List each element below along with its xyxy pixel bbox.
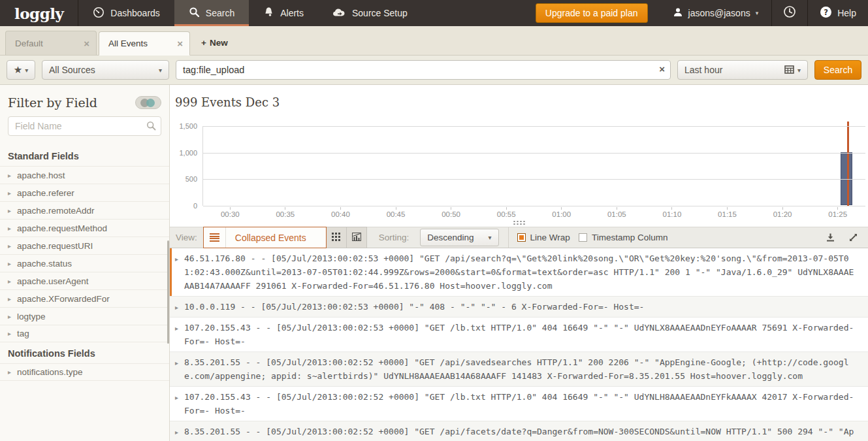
- sidebar-scrollbar[interactable]: [167, 240, 169, 344]
- search-query-input[interactable]: [176, 60, 671, 80]
- list-view-button[interactable]: [204, 227, 226, 248]
- chevron-right-icon: ▸: [8, 330, 11, 337]
- standard-fields-section: Standard Fields ▸ apache.host ▸ apache.r…: [0, 145, 169, 342]
- nav-item-alerts[interactable]: Alerts: [249, 0, 318, 26]
- time-settings-button[interactable]: [772, 0, 807, 26]
- expand-icon[interactable]: [848, 233, 858, 242]
- timestamp-column-toggle[interactable]: Timestamp Column: [579, 227, 668, 248]
- search-controls: ★ ▾ All Sources ▾ × Last hour ▾ Search: [0, 56, 868, 85]
- field-item-label: apache.XForwardedFor: [17, 294, 110, 304]
- nav-item-source-setup[interactable]: Source Setup: [318, 0, 422, 26]
- splitter-drag-handle[interactable]: [513, 220, 526, 225]
- event-row[interactable]: ▸ 46.51.176.80 - - [05/Jul/2013:00:02:53…: [170, 248, 868, 297]
- help-button[interactable]: ? Help: [808, 0, 868, 26]
- loggly-logo[interactable]: loggly: [0, 0, 78, 26]
- event-row[interactable]: ▸ 10.0.0.119 - - [05/Jul/2013:00:02:53 +…: [170, 297, 868, 318]
- time-range-picker[interactable]: Last hour ▾: [677, 60, 808, 80]
- tab-all-events[interactable]: All Events ×: [99, 31, 190, 56]
- tick-mark: [230, 207, 231, 210]
- clear-query-icon[interactable]: ×: [659, 63, 665, 74]
- field-item-label: apache.referer: [17, 188, 74, 198]
- chart-plot[interactable]: [202, 126, 865, 206]
- field-item[interactable]: ▸ apache.remoteAddr: [0, 201, 169, 219]
- caret-down-icon: ▾: [25, 67, 28, 74]
- event-row[interactable]: ▸ 107.20.155.43 - - [05/Jul/2013:00:02:5…: [170, 387, 868, 421]
- new-tab-button[interactable]: + New: [192, 31, 237, 55]
- collapsed-events-view-label[interactable]: Collapsed Events: [226, 227, 326, 248]
- event-row[interactable]: ▸ 8.35.201.55 - - [05/Jul/2013:00:02:52 …: [170, 352, 868, 387]
- dashboards-gauge-icon: [93, 7, 104, 20]
- nav-item-label: Source Setup: [352, 8, 408, 18]
- line-wrap-toggle[interactable]: Line Wrap: [517, 227, 570, 248]
- nav-item-search[interactable]: Search: [174, 0, 249, 26]
- field-item[interactable]: ▸ apache.XForwardedFor: [0, 289, 169, 307]
- query-wrap: ×: [176, 60, 671, 80]
- tab-default[interactable]: Default ×: [5, 31, 97, 55]
- nav-item-dashboards[interactable]: Dashboards: [78, 0, 174, 26]
- line-wrap-checkbox[interactable]: [517, 233, 526, 242]
- x-tick: 01:25: [810, 207, 865, 218]
- search-submit-button[interactable]: Search: [814, 60, 861, 80]
- close-icon[interactable]: ×: [177, 38, 183, 49]
- field-item[interactable]: ▸ apache.requestURI: [0, 237, 169, 254]
- event-row[interactable]: ▸ 107.20.155.43 - - [05/Jul/2013:00:02:5…: [170, 318, 868, 352]
- x-tick: 00:35: [258, 207, 313, 218]
- download-icon[interactable]: [826, 233, 835, 242]
- expand-event-icon[interactable]: ▸: [175, 356, 178, 370]
- close-icon[interactable]: ×: [84, 38, 89, 49]
- y-axis-label: 1,000: [179, 149, 197, 157]
- standard-fields-list: ▸ apache.host ▸ apache.referer ▸ apache.…: [0, 166, 169, 342]
- sources-dropdown[interactable]: All Sources ▾: [42, 60, 169, 80]
- field-item-label: apache.host: [17, 171, 65, 180]
- tab-label: All Events: [108, 39, 148, 48]
- chevron-right-icon: ▸: [8, 295, 11, 302]
- field-mode-toggle[interactable]: [135, 96, 161, 109]
- tick-mark: [285, 207, 285, 210]
- timestamp-checkbox[interactable]: [579, 233, 587, 242]
- cloud-upload-icon: [332, 7, 346, 20]
- expand-event-icon[interactable]: ▸: [175, 425, 178, 439]
- expand-event-icon[interactable]: ▸: [175, 321, 178, 335]
- upgrade-button[interactable]: Upgrade to a paid plan: [536, 3, 648, 23]
- nav-item-label: Dashboards: [110, 8, 160, 18]
- user-name: jasons@jasons: [688, 8, 750, 18]
- chevron-right-icon: ▸: [8, 242, 11, 250]
- field-item-label: apache.requestMethod: [17, 223, 107, 233]
- clock-icon: [783, 5, 796, 21]
- x-tick: 01:05: [589, 207, 645, 218]
- field-item[interactable]: ▸ apache.host: [0, 166, 169, 184]
- search-icon: [189, 7, 200, 20]
- sorting-dropdown[interactable]: Descending ▾: [420, 229, 498, 246]
- expand-event-icon[interactable]: ▸: [175, 301, 178, 314]
- expand-event-icon[interactable]: ▸: [175, 252, 178, 266]
- y-axis-labels: 1,5001,0005000: [175, 126, 202, 206]
- saved-searches-button[interactable]: ★ ▾: [7, 60, 35, 80]
- event-row[interactable]: ▸ 8.35.201.55 - - [05/Jul/2013:00:02:52 …: [170, 421, 868, 441]
- events-list: ▸ 46.51.176.80 - - [05/Jul/2013:00:02:53…: [170, 248, 868, 441]
- field-item[interactable]: ▸ apache.requestMethod: [0, 219, 169, 237]
- tick-mark: [617, 207, 617, 210]
- chevron-right-icon: ▸: [8, 278, 11, 285]
- caret-down-icon: ▾: [797, 67, 801, 74]
- field-item[interactable]: ▸ logtype: [0, 307, 169, 325]
- events-timeline-chart: 1,5001,0005000: [175, 126, 865, 206]
- field-item[interactable]: ▸ apache.userAgent: [0, 272, 169, 289]
- user-menu[interactable]: jasons@jasons ▾: [660, 0, 772, 26]
- field-item[interactable]: ▸ tag: [0, 325, 169, 342]
- expand-event-icon[interactable]: ▸: [175, 391, 178, 404]
- field-item[interactable]: ▸ apache.referer: [0, 184, 169, 201]
- chart-splitter: [170, 218, 868, 227]
- sources-label: All Sources: [49, 65, 95, 75]
- event-log-text: 8.35.201.55 - - [05/Jul/2013:00:02:52 +0…: [184, 357, 848, 381]
- caret-down-icon: ▾: [159, 67, 162, 74]
- grid-view-button[interactable]: [327, 227, 347, 248]
- field-item[interactable]: ▸ notifications.type: [0, 363, 169, 381]
- sidebar-title: Filter by Field: [8, 95, 97, 110]
- x-axis-label: 00:45: [387, 210, 406, 218]
- field-search-wrap: [8, 116, 161, 136]
- field-item[interactable]: ▸ apache.status: [0, 254, 169, 272]
- field-item-label: notifications.type: [17, 367, 83, 377]
- field-name-input[interactable]: [8, 116, 161, 136]
- x-tick: 00:30: [202, 207, 258, 218]
- chart-view-button[interactable]: [347, 227, 367, 248]
